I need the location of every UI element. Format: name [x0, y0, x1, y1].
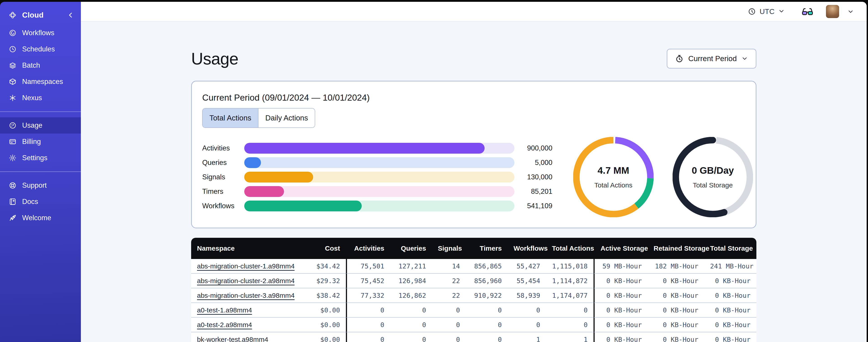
- value-cell: 0 KB-Hour: [593, 332, 648, 342]
- bar-row-activities: Activities900,000: [202, 143, 552, 153]
- value-cell: 0 KB-Hour: [704, 318, 756, 332]
- value-cell: 0: [346, 318, 390, 332]
- column-header-cost: Cost: [293, 238, 346, 259]
- sidebar-item-label: Docs: [22, 198, 38, 206]
- page-title: Usage: [191, 49, 238, 68]
- namespace-cell: abs-migration-cluster-3.a98mm4: [191, 288, 293, 303]
- table-row: abs-migration-cluster-1.a98mm4$34.4275,5…: [191, 259, 756, 274]
- value-cell: 0: [390, 332, 432, 342]
- user-avatar[interactable]: [826, 5, 839, 18]
- value-cell: 22: [432, 288, 466, 303]
- value-cell: 126,984: [390, 274, 432, 288]
- labs-glasses-icon[interactable]: [801, 5, 814, 18]
- app-window: Cloud WorkflowsSchedulesBatchNamespacesN…: [0, 2, 867, 342]
- tab-daily-actions[interactable]: Daily Actions: [258, 108, 315, 128]
- tab-total-actions[interactable]: Total Actions: [203, 108, 258, 128]
- bar-label: Signals: [202, 173, 244, 181]
- total-storage-value: 0 GB/Day: [692, 165, 734, 176]
- sidebar-collapse-button[interactable]: [67, 11, 74, 19]
- support-icon: [8, 181, 17, 190]
- bar-label: Queries: [202, 159, 244, 167]
- user-menu-chevron-icon[interactable]: [847, 8, 854, 15]
- sidebar-item-welcome[interactable]: Welcome: [0, 210, 81, 226]
- value-cell: 1,115,018: [546, 259, 593, 274]
- namespace-link[interactable]: a0-test-1.a98mm4: [197, 306, 252, 314]
- namespace-link[interactable]: a0-test-2.a98mm4: [197, 321, 252, 329]
- namespace-link[interactable]: abs-migration-cluster-3.a98mm4: [197, 292, 294, 299]
- bar-fill: [244, 143, 485, 153]
- value-cell: $0.00: [293, 303, 346, 318]
- brand: Cloud: [0, 8, 81, 23]
- value-cell: 1,174,077: [546, 288, 593, 303]
- column-header-queries: Queries: [390, 238, 432, 259]
- value-cell: 0: [546, 303, 593, 318]
- sidebar-divider: [0, 171, 81, 172]
- column-header-signals: Signals: [432, 238, 466, 259]
- sidebar-item-label: Billing: [22, 138, 41, 146]
- welcome-icon: [8, 214, 17, 222]
- sidebar-item-support[interactable]: Support: [0, 177, 81, 194]
- actions-tab-group: Total ActionsDaily Actions: [202, 108, 315, 128]
- clock-icon: [748, 7, 756, 15]
- timezone-picker[interactable]: UTC: [748, 7, 785, 16]
- value-cell: 0 KB-Hour: [593, 303, 648, 318]
- value-cell: 0: [346, 303, 390, 318]
- table-row: a0-test-1.a98mm4$0.000000000 KB-Hour0 KB…: [191, 303, 756, 318]
- value-cell: 0 KB-Hour: [648, 332, 704, 342]
- period-selector-button[interactable]: Current Period: [667, 49, 756, 69]
- value-cell: 0 KB-Hour: [648, 318, 704, 332]
- sidebar-item-docs[interactable]: Docs: [0, 194, 81, 210]
- column-header-active-storage: Active Storage: [593, 238, 648, 259]
- namespace-cell: a0-test-2.a98mm4: [191, 318, 293, 332]
- sidebar-item-label: Settings: [22, 154, 48, 162]
- namespace-link[interactable]: abs-migration-cluster-2.a98mm4: [197, 277, 294, 284]
- value-cell: 55,454: [508, 274, 546, 288]
- billing-icon: [8, 138, 17, 146]
- namespace-cell: a0-test-1.a98mm4: [191, 303, 293, 318]
- value-cell: 22: [432, 274, 466, 288]
- value-cell: 856,865: [466, 259, 508, 274]
- namespace-link[interactable]: bk-worker-test.a98mm4: [197, 336, 268, 342]
- value-cell: $38.42: [293, 288, 346, 303]
- sidebar-item-settings[interactable]: Settings: [0, 150, 81, 166]
- value-cell: 0: [508, 303, 546, 318]
- value-cell: 1,114,872: [546, 274, 593, 288]
- bar-fill: [244, 157, 261, 168]
- value-cell: 0: [508, 318, 546, 332]
- bar-value: 541,109: [515, 202, 552, 210]
- sidebar-item-nexus[interactable]: Nexus: [0, 90, 81, 106]
- value-cell: 0: [432, 332, 466, 342]
- bar-value: 5,000: [515, 159, 552, 167]
- value-cell: 182 MB-Hour: [648, 259, 704, 274]
- bar-track: [244, 157, 515, 168]
- value-cell: $0.00: [293, 318, 346, 332]
- sidebar-item-label: Welcome: [22, 214, 51, 222]
- table-row: a0-test-2.a98mm4$0.000000000 KB-Hour0 KB…: [191, 318, 756, 332]
- sidebar-item-batch[interactable]: Batch: [0, 57, 81, 73]
- value-cell: 0: [546, 318, 593, 332]
- sidebar-item-usage[interactable]: Usage: [0, 117, 81, 134]
- content-scroll-area[interactable]: Usage Current Period Current Period (09/…: [81, 22, 867, 342]
- schedules-icon: [8, 45, 17, 53]
- sidebar-item-label: Schedules: [22, 45, 55, 53]
- column-header-timers: Timers: [466, 238, 508, 259]
- docs-icon: [8, 198, 17, 206]
- sidebar-item-schedules[interactable]: Schedules: [0, 41, 81, 57]
- sidebar-item-label: Workflows: [22, 29, 54, 37]
- sidebar-item-namespaces[interactable]: Namespaces: [0, 73, 81, 90]
- stopwatch-icon: [675, 55, 684, 63]
- value-cell: $0.00: [293, 332, 346, 342]
- value-cell: 0 KB-Hour: [704, 332, 756, 342]
- bar-fill: [244, 172, 313, 182]
- usage-summary-card: Current Period (09/01/2024 — 10/01/2024)…: [191, 81, 756, 228]
- value-cell: 55,427: [508, 259, 546, 274]
- sidebar-item-billing[interactable]: Billing: [0, 134, 81, 150]
- donut-charts: 4.7 MM Total Actions 0 GB/Day Total Stor…: [552, 137, 753, 217]
- value-cell: $34.42: [293, 259, 346, 274]
- sidebar-item-workflows[interactable]: Workflows: [0, 25, 81, 41]
- namespace-link[interactable]: abs-migration-cluster-1.a98mm4: [197, 262, 294, 270]
- chevron-down-icon: [741, 55, 748, 63]
- value-cell: 0: [390, 318, 432, 332]
- sidebar-item-label: Support: [22, 181, 47, 190]
- value-cell: $29.32: [293, 274, 346, 288]
